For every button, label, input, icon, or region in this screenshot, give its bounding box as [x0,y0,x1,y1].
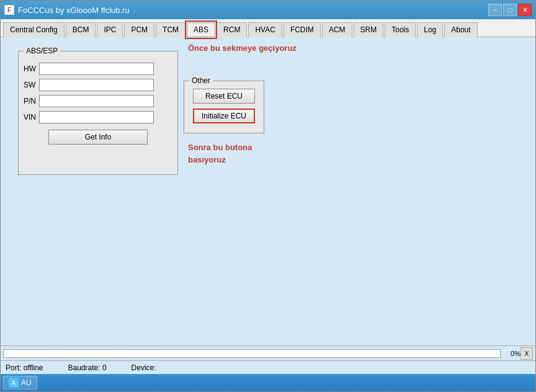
initialize-ecu-button[interactable]: Initialize ECU [193,109,255,123]
taskbar: A AU [1,374,535,391]
progress-percent: 0% [503,350,520,357]
taskbar-item[interactable]: A AU [3,376,37,390]
tab-fcdim[interactable]: FCDIM [284,22,321,37]
tab-hvac[interactable]: HVAC [248,22,282,37]
pn-row: P/N [24,95,172,107]
main-content: Önce bu sekmeye geçiyoruz ABS/ESP HW SW … [1,37,535,345]
hw-row: HW [24,63,172,75]
tab-tools[interactable]: Tools [385,22,416,37]
app-icon: F [4,5,14,15]
info-bar: Port: offline Baudrate: 0 Device: [1,360,535,374]
taskbar-app-icon: A [9,378,19,388]
baudrate-value: 0 [102,363,107,372]
abs-esp-title: ABS/ESP [24,47,60,55]
sw-input[interactable] [39,79,154,91]
pn-label: P/N [24,97,39,105]
tab-bcm[interactable]: BCM [66,22,96,37]
close-button[interactable]: ✕ [518,4,532,16]
vin-label: VIN [24,113,39,122]
tab-tcm[interactable]: TCM [156,22,185,37]
progress-area: 0% [3,349,520,358]
title-bar: F FoCCCus by xGloooM ffclub.ru − □ ✕ [1,1,535,19]
annotation-first: Önce bu sekmeye geçiyoruz [188,43,297,53]
status-close-button[interactable]: X [520,347,533,360]
tab-about[interactable]: About [444,22,477,37]
get-info-button[interactable]: Get Info [48,130,148,145]
pn-input[interactable] [39,95,154,107]
port-label: Port: [6,363,21,372]
abs-esp-group: ABS/ESP HW SW P/N VIN Get Info [18,51,178,175]
main-window: F FoCCCus by xGloooM ffclub.ru − □ ✕ Cen… [0,0,536,392]
baudrate-label: Baudrate: [68,363,100,372]
status-bar: 0% X [1,345,535,360]
device-info: Device: [132,363,156,372]
tab-central-config[interactable]: Central Config [3,22,65,37]
tab-pcm[interactable]: PCM [124,22,154,37]
other-group-title: Other [189,76,213,85]
annotation-second: Sonra bu butonabasıyoruz [188,141,252,166]
tab-log[interactable]: Log [417,22,443,37]
hw-label: HW [24,65,39,73]
tab-acm[interactable]: ACM [322,22,352,37]
reset-ecu-button[interactable]: Reset ECU [193,89,255,104]
port-value: offline [24,363,43,372]
other-group: Other Reset ECU Initialize ECU [184,81,264,133]
device-label: Device: [132,363,156,372]
tab-rcm[interactable]: RCM [217,22,247,37]
taskbar-item-label: AU [21,378,32,387]
tab-bar: Central Config BCM IPC PCM TCM ABS RCM H… [1,19,535,37]
hw-input[interactable] [39,63,154,75]
tab-abs[interactable]: ABS [187,22,215,37]
tab-srm[interactable]: SRM [354,22,384,37]
minimize-button[interactable]: − [488,4,502,16]
baudrate-info: Baudrate: 0 [68,363,107,372]
window-title: FoCCCus by xGloooM ffclub.ru [18,6,130,15]
title-bar-left: F FoCCCus by xGloooM ffclub.ru [4,5,130,15]
tab-ipc[interactable]: IPC [97,22,123,37]
port-info: Port: offline [6,363,43,372]
progress-bar-container [3,349,501,358]
vin-row: VIN [24,111,172,123]
sw-label: SW [24,81,39,89]
vin-input[interactable] [39,111,154,123]
title-bar-controls: − □ ✕ [488,4,532,16]
maximize-button[interactable]: □ [503,4,517,16]
sw-row: SW [24,79,172,91]
